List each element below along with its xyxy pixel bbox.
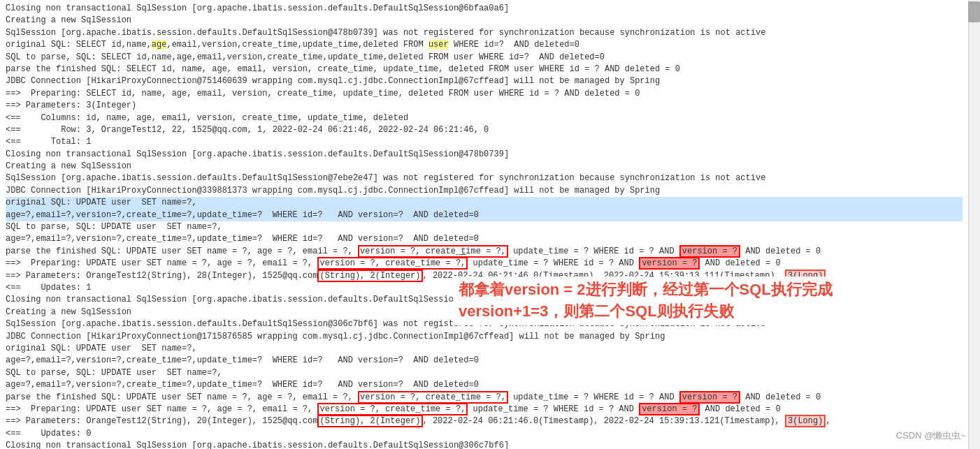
log-line: <== Total: 1 (6, 136, 963, 148)
log-line: ==> Parameters: 3(Integer) (6, 100, 963, 112)
log-line: Creating a new SqlSession (6, 15, 963, 27)
log-line: ==> Preparing: SELECT id, name, age, ema… (6, 88, 963, 100)
log-line: <== Updates: 1 (6, 282, 963, 294)
log-line: Closing non transactional SqlSession [or… (6, 3, 963, 15)
log-line: ==> Parameters: OrangeTest12(String), 28… (6, 270, 963, 282)
scrollbar-track[interactable] (968, 0, 980, 449)
log-line-highlight: original SQL: UPDATE user SET name=?,age… (6, 197, 963, 221)
log-line: SQL to parse, SQL: UPDATE user SET name=… (6, 367, 963, 392)
log-line: <== Updates: 0 (6, 428, 963, 440)
scrollbar-thumb[interactable] (968, 1, 980, 22)
log-line: ==> Preparing: UPDATE user SET name = ?,… (6, 258, 963, 270)
log-line: SqlSession [org.apache.ibatis.session.de… (6, 318, 963, 330)
log-line: SQL to parse, SQL: UPDATE user SET name=… (6, 221, 963, 246)
log-line: JDBC Connection [HikariProxyConnection@3… (6, 185, 963, 197)
log-line: Closing non transactional SqlSession [or… (6, 440, 963, 449)
log-line: parse the finished SQL: SELECT id, name,… (6, 64, 963, 75)
log-line: Closing non transactional SqlSession [or… (6, 294, 963, 306)
log-line: ==> Parameters: OrangeTest12(String), 20… (6, 415, 963, 427)
log-line: <== Row: 3, OrangeTest12, 22, 1525@qq.co… (6, 124, 963, 136)
log-line: ==> Preparing: UPDATE user SET name = ?,… (6, 404, 963, 415)
log-line: original SQL: UPDATE user SET name=?,age… (6, 343, 963, 367)
log-line: SqlSession [org.apache.ibatis.session.de… (6, 172, 963, 184)
log-line: parse the finished SQL: UPDATE user SET … (6, 246, 963, 258)
log-line: Creating a new SqlSession (6, 161, 963, 172)
log-line: Creating a new SqlSession (6, 307, 963, 318)
log-line: JDBC Connection [HikariProxyConnection@7… (6, 75, 963, 87)
log-container[interactable]: Closing non transactional SqlSession [or… (0, 0, 968, 449)
log-line: <== Columns: id, name, age, email, versi… (6, 112, 963, 124)
csdn-watermark: CSDN @懒虫虫~ (896, 429, 966, 442)
log-line: JDBC Connection [HikariProxyConnection@1… (6, 331, 963, 343)
log-line: parse the finished SQL: UPDATE user SET … (6, 392, 963, 404)
log-line: SqlSession [org.apache.ibatis.session.de… (6, 27, 963, 39)
log-line: SQL to parse, SQL: SELECT id,name,age,em… (6, 52, 963, 64)
log-line: original SQL: SELECT id,name,age,email,v… (6, 39, 963, 51)
log-line: Closing non transactional SqlSession [or… (6, 149, 963, 161)
